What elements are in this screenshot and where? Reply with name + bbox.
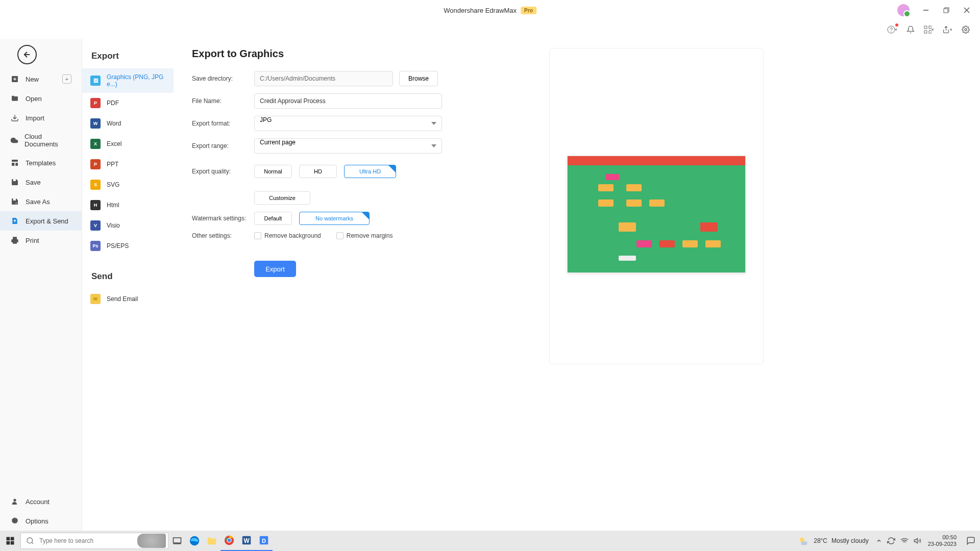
remove-margins-label: Remove margins: [347, 232, 393, 239]
date: 23-09-2023: [928, 541, 957, 547]
nav-export-send[interactable]: Export & Send: [0, 211, 82, 231]
sidebar-left: New + Open Import Cloud Documents Templa…: [0, 39, 82, 531]
apps-icon[interactable]: ▾: [924, 24, 934, 35]
chevron-up-icon[interactable]: [876, 538, 882, 544]
svg-rect-22: [7, 541, 10, 545]
type-label: Send Email: [107, 295, 138, 303]
start-button[interactable]: [0, 531, 20, 551]
nav-templates[interactable]: Templates: [0, 153, 82, 172]
nav-label: Open: [26, 95, 42, 103]
titlebar-title: Wondershare EdrawMax Pro: [444, 7, 536, 14]
nav-new-add-icon[interactable]: +: [62, 74, 71, 84]
excel-icon: X: [90, 139, 101, 149]
nav-import[interactable]: Import: [0, 108, 82, 128]
notifications-icon[interactable]: [962, 531, 980, 551]
system-tray[interactable]: [876, 537, 922, 545]
quality-label: Export quality:: [192, 168, 254, 175]
nav-open[interactable]: Open: [0, 89, 82, 108]
type-send-email[interactable]: ✉Send Email: [82, 289, 174, 309]
clock[interactable]: 00:50 23-09-2023: [928, 534, 957, 547]
temperature: 28°C: [814, 537, 827, 544]
close-button[interactable]: [958, 3, 976, 17]
sidebar-mid: Export 🖼Graphics (PNG, JPG e...) PPDF WW…: [82, 39, 174, 531]
export-button[interactable]: Export: [254, 261, 296, 277]
email-icon: ✉: [90, 294, 101, 304]
chrome-icon[interactable]: [220, 531, 238, 551]
edge-icon[interactable]: [186, 531, 203, 551]
svg-rect-9: [924, 31, 927, 33]
share-icon[interactable]: ▾: [942, 24, 952, 35]
graphics-icon: 🖼: [90, 76, 101, 86]
watermark-none[interactable]: No watermarks: [299, 212, 370, 225]
type-ps[interactable]: PsPS/EPS: [82, 236, 174, 256]
quality-normal[interactable]: Normal: [254, 165, 292, 178]
type-word[interactable]: WWord: [82, 113, 174, 134]
pdf-icon: P: [90, 98, 101, 108]
quality-uhd[interactable]: Ultra HD: [344, 165, 396, 178]
nav-label: Export & Send: [26, 217, 68, 225]
format-select[interactable]: JPG: [254, 116, 442, 131]
nav-account[interactable]: Account: [0, 492, 82, 511]
cloud-icon: [10, 136, 18, 145]
ps-icon: Ps: [90, 241, 101, 251]
remove-margins-checkbox[interactable]: [336, 232, 344, 239]
preview-card: [549, 48, 764, 364]
type-label: Visio: [107, 222, 120, 229]
task-view-icon[interactable]: [168, 531, 186, 551]
taskbar-search[interactable]: Type here to search: [20, 533, 168, 549]
file-name-input[interactable]: [254, 93, 442, 109]
word-icon[interactable]: W: [238, 531, 255, 551]
nav-cloud[interactable]: Cloud Documents: [0, 128, 82, 153]
svg-rect-7: [924, 26, 927, 29]
settings-icon[interactable]: [961, 24, 971, 35]
type-pdf[interactable]: PPDF: [82, 93, 174, 113]
nav-options[interactable]: Options: [0, 511, 82, 531]
type-graphics[interactable]: 🖼Graphics (PNG, JPG e...): [82, 68, 174, 93]
bell-icon[interactable]: [905, 24, 916, 35]
nav-label: Save: [26, 179, 41, 186]
back-button[interactable]: [17, 45, 37, 64]
explorer-icon[interactable]: [203, 531, 220, 551]
watermark-label: Watermark settings:: [192, 215, 254, 222]
quality-hd[interactable]: HD: [299, 165, 337, 178]
remove-bg-checkbox[interactable]: [254, 232, 261, 239]
save-as-icon: [10, 197, 19, 206]
nav-label: Templates: [26, 159, 56, 167]
wifi-icon[interactable]: [900, 537, 909, 545]
type-visio[interactable]: VVisio: [82, 215, 174, 236]
help-icon[interactable]: ?▾: [887, 24, 897, 35]
nav-print[interactable]: Print: [0, 231, 82, 250]
range-select[interactable]: Current page: [254, 138, 442, 154]
nav-new[interactable]: New +: [0, 69, 82, 89]
weather-widget[interactable]: 28°C Mostly cloudy: [798, 535, 869, 546]
type-ppt[interactable]: PPPT: [82, 154, 174, 174]
type-excel[interactable]: XExcel: [82, 134, 174, 154]
other-label: Other settings:: [192, 232, 254, 239]
browse-button[interactable]: Browse: [399, 71, 438, 86]
nav-save[interactable]: Save: [0, 172, 82, 192]
type-svg[interactable]: SSVG: [82, 174, 174, 195]
word-icon: W: [90, 118, 101, 129]
restore-button[interactable]: [937, 3, 955, 17]
volume-icon[interactable]: [914, 537, 922, 545]
svg-point-11: [965, 29, 967, 31]
time: 00:50: [928, 534, 957, 541]
svg-text:?: ?: [890, 27, 893, 33]
tool-row: ?▾ ▾ ▾: [0, 20, 980, 39]
taskbar: Type here to search W D 28°C Mostly clou…: [0, 531, 980, 551]
export-icon: [10, 216, 19, 226]
sync-icon[interactable]: [887, 537, 895, 545]
type-html[interactable]: HHtml: [82, 195, 174, 215]
minimize-button[interactable]: [917, 3, 935, 17]
svg-rect-23: [11, 541, 14, 545]
weather-text: Mostly cloudy: [831, 537, 869, 544]
type-label: PS/EPS: [107, 242, 129, 249]
gear-icon: [10, 516, 19, 525]
customize-button[interactable]: Customize: [254, 191, 310, 205]
watermark-default[interactable]: Default: [254, 212, 292, 225]
nav-save-as[interactable]: Save As: [0, 192, 82, 211]
user-avatar[interactable]: [897, 4, 910, 16]
edraw-icon[interactable]: D: [255, 531, 273, 551]
save-dir-input[interactable]: [254, 71, 393, 86]
app-name: Wondershare EdrawMax: [444, 7, 517, 14]
